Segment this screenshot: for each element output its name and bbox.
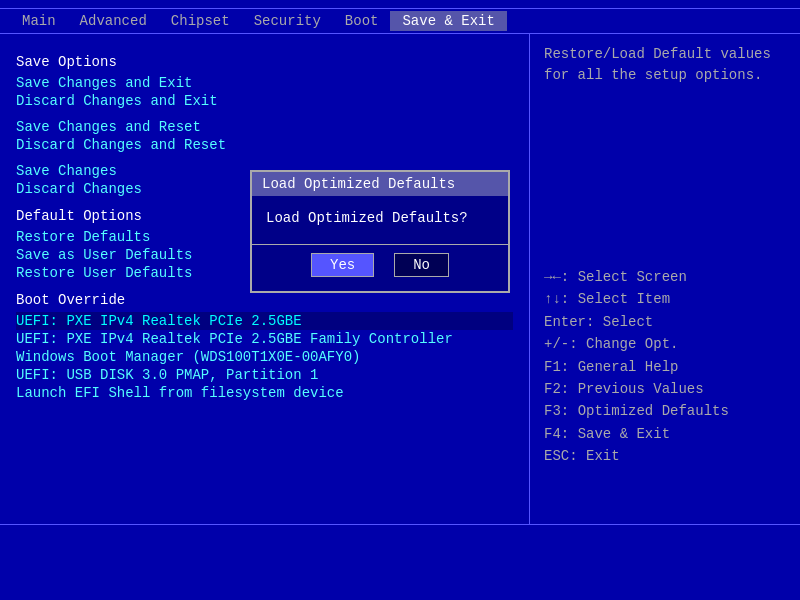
section-title: Boot Override <box>16 292 513 308</box>
key-help-line: →←: Select Screen <box>544 266 786 288</box>
key-help: →←: Select Screen↑↓: Select ItemEnter: S… <box>544 266 786 468</box>
help-text: Restore/Load Default values for all the … <box>544 44 786 86</box>
menu-item-advanced[interactable]: Advanced <box>68 11 159 31</box>
key-help-line: +/-: Change Opt. <box>544 333 786 355</box>
left-menu-option[interactable]: Launch EFI Shell from filesystem device <box>16 384 513 402</box>
key-help-line: ↑↓: Select Item <box>544 288 786 310</box>
menu-bar: MainAdvancedChipsetSecurityBootSave & Ex… <box>0 8 800 34</box>
footer <box>0 524 800 550</box>
left-menu-option[interactable]: Save Changes and Exit <box>16 74 513 92</box>
key-help-line: ESC: Exit <box>544 445 786 467</box>
menu-item-chipset[interactable]: Chipset <box>159 11 242 31</box>
menu-item-save---exit[interactable]: Save & Exit <box>390 11 506 31</box>
left-menu-option[interactable]: Save Changes and Reset <box>16 118 513 136</box>
dialog-message: Load Optimized Defaults? <box>252 196 508 236</box>
right-panel: Restore/Load Default values for all the … <box>530 34 800 524</box>
key-help-line: F1: General Help <box>544 356 786 378</box>
title-bar <box>0 0 800 8</box>
left-menu-option[interactable]: Discard Changes and Exit <box>16 92 513 110</box>
key-help-line: F3: Optimized Defaults <box>544 400 786 422</box>
key-help-line: Enter: Select <box>544 311 786 333</box>
dialog-btn-yes[interactable]: Yes <box>311 253 374 277</box>
menu-item-security[interactable]: Security <box>242 11 333 31</box>
dialog-btn-no[interactable]: No <box>394 253 449 277</box>
dialog-buttons: YesNo <box>252 244 508 291</box>
section-title: Save Options <box>16 54 513 70</box>
left-menu-option[interactable]: UEFI: USB DISK 3.0 PMAP, Partition 1 <box>16 366 513 384</box>
left-menu-option[interactable]: Windows Boot Manager (WDS100T1X0E-00AFY0… <box>16 348 513 366</box>
key-help-line: F4: Save & Exit <box>544 423 786 445</box>
left-menu-option[interactable]: UEFI: PXE IPv4 Realtek PCIe 2.5GBE <box>16 312 513 330</box>
menu-item-boot[interactable]: Boot <box>333 11 391 31</box>
left-menu-option[interactable]: Discard Changes and Reset <box>16 136 513 154</box>
dialog-title: Load Optimized Defaults <box>252 172 508 196</box>
key-help-line: F2: Previous Values <box>544 378 786 400</box>
load-defaults-dialog: Load Optimized Defaults Load Optimized D… <box>250 170 510 293</box>
left-menu-option[interactable]: UEFI: PXE IPv4 Realtek PCIe 2.5GBE Famil… <box>16 330 513 348</box>
menu-item-main[interactable]: Main <box>10 11 68 31</box>
